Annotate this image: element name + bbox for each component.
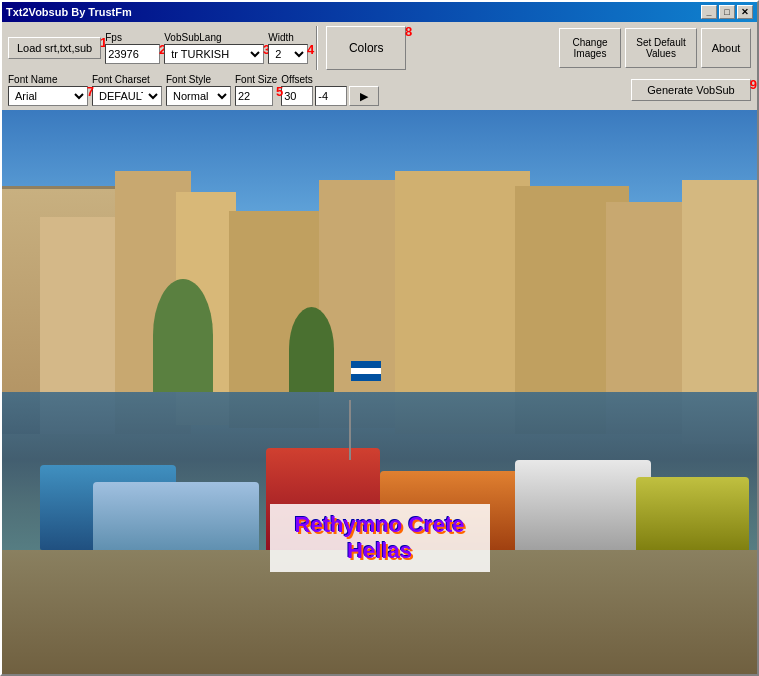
boat6 <box>636 477 749 550</box>
separator1 <box>316 26 318 70</box>
subtitle-line2: Hellas <box>290 538 470 564</box>
boat2 <box>93 482 259 550</box>
right-top-row: ChangeImages Set DefaultValues About <box>559 28 751 68</box>
set-default-values-button[interactable]: Set DefaultValues <box>625 28 697 68</box>
title-bar: Txt2Vobsub By TrustFm _ □ ✕ <box>2 2 757 22</box>
fps-group: Fps 2 <box>105 32 160 64</box>
font-size-input[interactable] <box>235 86 273 106</box>
offsets-label: Offsets <box>281 74 379 85</box>
font-name-group: Font Name Arial Times New Roman Verdana … <box>8 74 88 106</box>
offsets-group: Offsets ▶ <box>281 74 379 106</box>
close-button[interactable]: ✕ <box>737 5 753 19</box>
offsets-inputs: ▶ <box>281 86 379 106</box>
flag-pole <box>349 400 351 460</box>
width-group: Width 2 1 3 4 <box>268 32 308 64</box>
subtitle-line1: Rethymno Crete <box>290 512 470 538</box>
colors-button[interactable]: Colors <box>326 26 406 70</box>
preview-image: Rethymno Crete Hellas <box>2 110 757 674</box>
maximize-button[interactable]: □ <box>719 5 735 19</box>
boat5 <box>515 460 651 550</box>
vobsublang-group: VobSubLang tr TURKISH en ENGLISH de GERM… <box>164 32 264 64</box>
colors-button-wrapper: Colors 8 <box>326 26 406 70</box>
font-name-select[interactable]: Arial Times New Roman Verdana <box>8 86 88 106</box>
font-charset-label: Font Charset <box>92 74 162 85</box>
window-title: Txt2Vobsub By TrustFm <box>6 6 701 18</box>
load-button[interactable]: Load srt,txt,sub <box>8 37 101 59</box>
fps-input[interactable] <box>105 44 160 64</box>
width-select[interactable]: 2 1 3 <box>268 44 308 64</box>
right-panel: ChangeImages Set DefaultValues About <box>559 28 751 68</box>
font-size-input-wrapper: 5 <box>235 86 277 106</box>
offset-arrow-button[interactable]: ▶ <box>349 86 379 106</box>
tree2 <box>289 307 334 392</box>
offset2-input[interactable] <box>315 86 347 106</box>
toolbar: Load srt,txt,sub 1 Fps 2 VobSubLang tr T… <box>2 22 757 110</box>
font-name-select-wrapper: Arial Times New Roman Verdana 7 <box>8 86 88 106</box>
width-label: Width <box>268 32 308 43</box>
fps-label: Fps <box>105 32 160 43</box>
flag <box>351 361 381 381</box>
font-style-group: Font Style Normal Bold Italic <box>166 74 231 106</box>
offset1-input[interactable] <box>281 86 313 106</box>
vobsublang-select[interactable]: tr TURKISH en ENGLISH de GERMAN <box>164 44 264 64</box>
vobsublang-label: VobSubLang <box>164 32 264 43</box>
main-window: Txt2Vobsub By TrustFm _ □ ✕ Load srt,txt… <box>0 0 759 676</box>
toolbar-row1: Load srt,txt,sub 1 Fps 2 VobSubLang tr T… <box>8 26 751 70</box>
toolbar-row2: Font Name Arial Times New Roman Verdana … <box>8 74 751 106</box>
font-style-label: Font Style <box>166 74 231 85</box>
preview-area: Rethymno Crete Hellas <box>2 110 757 674</box>
vobsublang-select-wrapper: tr TURKISH en ENGLISH de GERMAN 3 <box>164 44 264 64</box>
load-button-wrapper: Load srt,txt,sub 1 <box>8 37 101 59</box>
subtitle-box: Rethymno Crete Hellas <box>270 504 490 572</box>
generate-button-wrapper: Generate VobSub 9 <box>631 79 751 101</box>
font-charset-select[interactable]: DEFAULT ANSI OEM <box>92 86 162 106</box>
font-size-group: Font Size 5 <box>235 74 277 106</box>
change-images-button[interactable]: ChangeImages <box>559 28 621 68</box>
font-size-label: Font Size <box>235 74 277 85</box>
about-button[interactable]: About <box>701 28 751 68</box>
font-name-label: Font Name <box>8 74 88 85</box>
minimize-button[interactable]: _ <box>701 5 717 19</box>
fps-input-wrapper: 2 <box>105 44 160 64</box>
window-controls: _ □ ✕ <box>701 5 753 19</box>
tree1 <box>153 279 213 392</box>
generate-vobsub-button[interactable]: Generate VobSub <box>631 79 751 101</box>
font-style-select[interactable]: Normal Bold Italic <box>166 86 231 106</box>
width-select-wrapper: 2 1 3 4 <box>268 44 308 64</box>
font-charset-group: Font Charset DEFAULT ANSI OEM <box>92 74 162 106</box>
